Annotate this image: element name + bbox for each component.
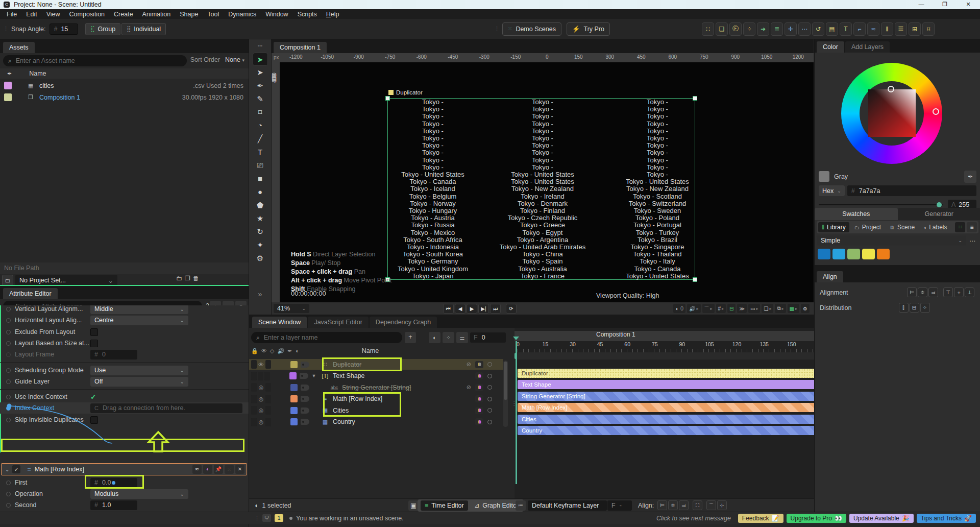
camera-tool[interactable]: ⌑ [253,106,268,119]
fit-icon[interactable]: ⛶ [693,500,702,510]
rows-tool-icon[interactable]: ☰ [895,22,907,36]
settings-sliders-icon[interactable]: ⚌ [456,332,468,343]
orbit-tool[interactable]: ◔ [253,119,268,132]
color-swatch[interactable] [832,249,845,259]
forge-tool-icon[interactable]: Ⓕ [729,22,742,36]
grid-tool-icon[interactable]: ⊞ [909,22,921,36]
color-swatch[interactable] [877,249,890,259]
operation-dropdown[interactable]: Modulus⌄ [90,489,188,499]
scene-button[interactable]: 🗎Scene [886,222,918,232]
menu-item[interactable]: Dynamics [224,11,261,18]
menu-item[interactable]: File [2,11,21,18]
move-icon[interactable]: ⁙ [225,465,234,474]
arc-tool[interactable]: ↻ [253,225,268,238]
collapse-chevron-icon[interactable]: ⌄ [5,467,9,472]
zoom-level-dropdown[interactable]: 41%⌄ [274,304,309,313]
layers-icon[interactable]: ❏▸ [762,304,773,313]
rectangle-tool[interactable]: ■ [253,172,268,185]
scatter-tool-icon[interactable]: ⁘ [743,22,755,36]
menu-item[interactable]: Scripts [293,11,322,18]
box-tool-icon[interactable]: ❏ [716,22,728,36]
swatch-set-dropdown[interactable]: Simple⌄ [817,235,966,246]
tag-icon[interactable] [301,396,309,402]
hex-mode-dropdown[interactable]: Hex⌄ [819,185,845,196]
expand-tools[interactable]: » [253,288,268,301]
emitter-tool-icon[interactable]: ✛ [785,22,797,36]
layer-color[interactable] [290,395,298,402]
fast-forward-icon[interactable]: ≫ [737,304,746,313]
layer-color[interactable] [290,361,298,368]
graph-editor-button[interactable]: ⊿Graph Editor [470,500,523,511]
use-index-context-check[interactable]: ✓ [90,393,96,401]
layout-icon[interactable]: ⊟ [727,304,736,313]
tag-icon[interactable] [300,373,308,379]
stagger-tool-icon[interactable]: ⌐ [853,22,866,36]
panel-icon[interactable]: ❐ [185,275,190,282]
group-button[interactable]: ⣏Group [85,23,120,35]
skip-invisible-checkbox[interactable] [90,416,98,424]
loop-button[interactable]: ⟳ [506,304,517,314]
tab-add-layers[interactable]: Add Layers [845,41,890,53]
prev-frame-button[interactable]: ◀ [455,304,465,314]
layer-row-text-shape[interactable]: ▼ [T] Text Shape [249,371,503,381]
exclude-checkbox[interactable] [90,328,98,336]
asset-color-chip[interactable] [4,93,12,101]
list-view-icon[interactable]: ≡ [967,222,977,232]
frame-field[interactable]: F0 [470,332,506,343]
menu-item[interactable]: Shape [175,11,203,18]
menu-item[interactable]: Create [109,11,138,18]
playhead[interactable] [516,341,517,484]
close-icon[interactable]: ✕ [235,465,244,474]
next-frame-button[interactable]: ▶| [478,304,489,314]
align-tool-icon[interactable]: ≣ [771,22,783,36]
play-button[interactable]: ▶ [467,304,477,314]
bars-tool-icon[interactable]: ▤ [826,22,838,36]
time-editor-button[interactable]: ≡Time Editor [421,500,468,511]
menu-item[interactable]: Animation [138,11,176,18]
tab-composition[interactable]: Composition 1 [274,42,327,53]
tag-icon[interactable] [301,362,309,368]
tab-dependency-graph[interactable]: Dependency Graph [370,317,437,328]
distribute-v-icon[interactable]: ⊟ [910,303,919,313]
tab-color[interactable]: Color [817,41,844,53]
hex-input[interactable]: #7a7a7a [847,185,976,196]
sparkle-tool[interactable]: ✦ [253,238,268,252]
layer-color[interactable] [289,372,297,379]
close-button[interactable]: ✕ [957,0,980,9]
frame-icon[interactable]: ▭▸ [748,304,760,313]
upgrade-button[interactable]: Upgrade to Pro👀 [787,514,846,523]
sv-marker[interactable] [888,86,894,92]
align-v-middle-icon[interactable]: ＋ [954,288,964,297]
tab-align[interactable]: Align [817,271,843,282]
polygon-tool[interactable]: ⬟ [253,199,268,212]
grid-view-icon[interactable]: ∷ [955,222,965,232]
audio-icon[interactable]: 🔊▸ [687,304,701,313]
asset-row-composition[interactable]: ❒ Composition 1 30.00fps 1920 x 1080 [0,91,249,103]
update-button[interactable]: Update Available🎉 [849,514,914,523]
project-set-icon[interactable]: 🗀 [2,275,13,286]
tips-button[interactable]: Tips and Tricks🚀 [917,514,976,523]
distribute-h-icon[interactable]: ⫿ [899,303,909,313]
align-h-left-icon[interactable]: ⊨ [907,288,917,297]
color-swatch[interactable] [818,249,830,259]
star-tool[interactable]: ★ [253,212,268,225]
tab-generator[interactable]: Generator [898,208,980,220]
enabled-check-icon[interactable]: ✓ [12,465,20,473]
snap-icon[interactable]: ⊹ [717,500,727,510]
layer-color[interactable] [290,384,298,391]
layer-color[interactable] [290,418,298,425]
camera-tool-icon[interactable]: ⌑ [922,22,935,36]
minimize-button[interactable]: — [910,0,933,9]
add-layer-button[interactable]: + [405,332,416,343]
text-tool-icon[interactable]: T [840,22,852,36]
line-tool[interactable]: ╱ [253,132,268,146]
menu-item[interactable]: Composition [65,11,109,18]
viewport-canvas[interactable]: Duplicator Tokyo -Tokyo -Tokyo -Tokyo -T… [280,62,814,302]
more-options-icon[interactable]: ⋯ [966,237,978,245]
dock-icon[interactable]: ▣ [408,500,419,511]
trash-icon[interactable]: 🗑 [193,275,199,282]
vertical-layout-dropdown[interactable]: Middle⌄ [90,305,188,314]
asset-color-chip[interactable] [4,82,12,89]
menu-item[interactable]: Edit [21,11,42,18]
go-to-start-button[interactable]: ⏮ [443,304,454,314]
